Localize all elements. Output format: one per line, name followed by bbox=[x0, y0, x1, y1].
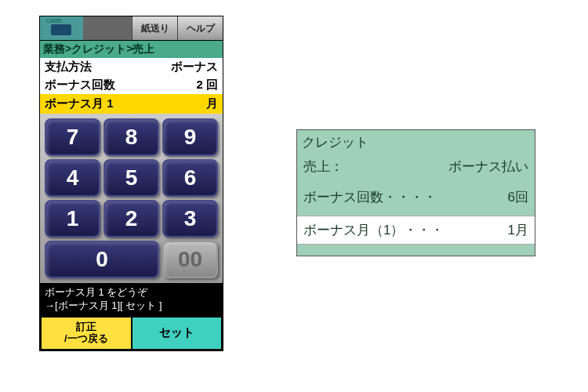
receipt-bonus-count-label: ボーナス回数・・・・ bbox=[303, 188, 437, 206]
key-1[interactable]: 1 bbox=[45, 200, 100, 238]
correct-back-button[interactable]: 訂正 /一つ戻る bbox=[40, 316, 132, 350]
key-7[interactable]: 7 bbox=[45, 118, 100, 156]
keypad: 7 8 9 4 5 6 1 2 3 0 00 bbox=[40, 114, 223, 283]
breadcrumb: 業務>クレジット>売上 bbox=[40, 40, 223, 58]
top-spacer bbox=[83, 16, 132, 40]
bonus-month-label: ボーナス月 1 bbox=[45, 96, 114, 111]
bonus-count-row: ボーナス回数 2 回 bbox=[40, 76, 223, 94]
prompt-line1: ボーナス月 1 をどうぞ bbox=[45, 286, 218, 299]
receipt-bonus-count-row: ボーナス回数・・・・ 6回 bbox=[297, 179, 535, 216]
set-button[interactable]: セット bbox=[132, 316, 223, 350]
key-9[interactable]: 9 bbox=[162, 118, 218, 156]
key-8[interactable]: 8 bbox=[103, 118, 159, 156]
paper-feed-button[interactable]: 紙送り bbox=[132, 16, 177, 40]
receipt-sale-label: 売上： bbox=[303, 158, 343, 176]
bonus-count-value: 2 回 bbox=[196, 78, 218, 93]
receipt-bonus-count-value: 6回 bbox=[508, 188, 528, 206]
pay-method-value: ボーナス bbox=[171, 60, 218, 74]
bonus-month-row: ボーナス月 1 月 bbox=[40, 94, 223, 114]
receipt-footer bbox=[297, 245, 535, 256]
key-00: 00 bbox=[162, 241, 218, 278]
prompt-line2: →[ボーナス月 1][ セット ] bbox=[45, 299, 218, 313]
key-3[interactable]: 3 bbox=[162, 200, 218, 238]
pay-method-row: 支払方法 ボーナス bbox=[40, 58, 223, 76]
receipt-sale-value: ボーナス払い bbox=[448, 158, 528, 176]
receipt-sale-row: 売上： ボーナス払い bbox=[297, 154, 535, 179]
card-icon bbox=[40, 16, 83, 40]
key-0[interactable]: 0 bbox=[45, 241, 159, 278]
key-6[interactable]: 6 bbox=[162, 159, 218, 197]
key-2[interactable]: 2 bbox=[103, 200, 159, 238]
bonus-count-label: ボーナス回数 bbox=[45, 78, 115, 93]
key-4[interactable]: 4 bbox=[45, 159, 100, 197]
receipt-panel: クレジット 売上： ボーナス払い ボーナス回数・・・・ 6回 ボーナス月（1）・… bbox=[296, 129, 535, 256]
pay-method-label: 支払方法 bbox=[45, 60, 92, 74]
receipt-bonus-month-row: ボーナス月（1）・・・ 1月 bbox=[297, 216, 535, 245]
key-5[interactable]: 5 bbox=[103, 159, 159, 197]
bottom-buttons: 訂正 /一つ戻る セット bbox=[40, 316, 223, 350]
receipt-bonus-month-value: 1月 bbox=[508, 221, 528, 239]
help-button[interactable]: ヘルプ bbox=[177, 16, 223, 40]
payment-terminal: 紙送り ヘルプ 業務>クレジット>売上 支払方法 ボーナス ボーナス回数 2 回… bbox=[39, 16, 223, 351]
receipt-title: クレジット bbox=[297, 130, 535, 154]
receipt-bonus-month-label: ボーナス月（1）・・・ bbox=[303, 221, 444, 239]
bonus-month-unit: 月 bbox=[206, 96, 218, 111]
top-bar: 紙送り ヘルプ bbox=[40, 16, 223, 40]
prompt-area: ボーナス月 1 をどうぞ →[ボーナス月 1][ セット ] bbox=[40, 283, 223, 316]
